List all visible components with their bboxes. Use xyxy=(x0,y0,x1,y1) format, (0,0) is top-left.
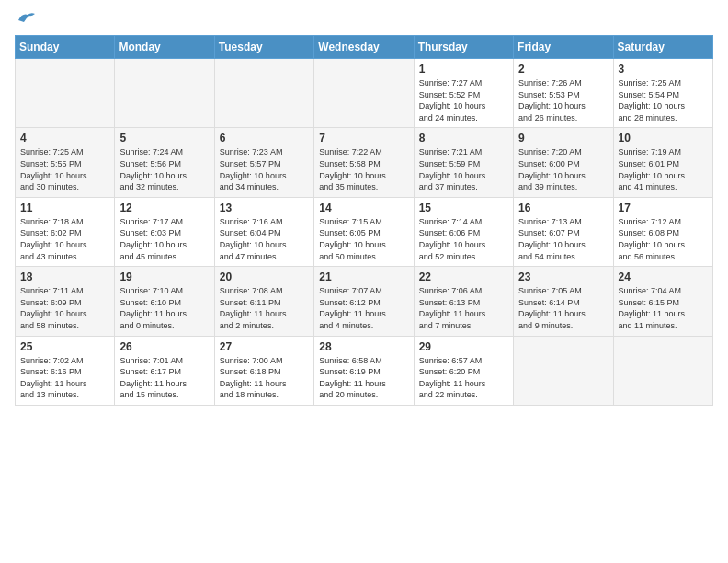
calendar-day-17: 17Sunrise: 7:12 AM Sunset: 6:08 PM Dayli… xyxy=(613,197,712,266)
calendar-day-20: 20Sunrise: 7:08 AM Sunset: 6:11 PM Dayli… xyxy=(214,267,313,336)
day-number: 19 xyxy=(119,270,209,283)
day-number: 15 xyxy=(419,201,508,214)
calendar-day-22: 22Sunrise: 7:06 AM Sunset: 6:13 PM Dayli… xyxy=(414,267,513,336)
calendar-day-14: 14Sunrise: 7:15 AM Sunset: 6:05 PM Dayli… xyxy=(314,197,414,266)
day-info: Sunrise: 7:10 AM Sunset: 6:10 PM Dayligh… xyxy=(119,285,209,331)
day-info: Sunrise: 6:57 AM Sunset: 6:20 PM Dayligh… xyxy=(419,355,508,401)
day-number: 7 xyxy=(319,132,408,144)
calendar-day-13: 13Sunrise: 7:16 AM Sunset: 6:04 PM Dayli… xyxy=(214,197,313,266)
day-info: Sunrise: 7:17 AM Sunset: 6:03 PM Dayligh… xyxy=(119,216,209,262)
calendar-day-1: 1Sunrise: 7:27 AM Sunset: 5:52 PM Daylig… xyxy=(414,59,513,128)
day-info: Sunrise: 7:26 AM Sunset: 5:53 PM Dayligh… xyxy=(518,77,608,123)
day-info: Sunrise: 7:11 AM Sunset: 6:09 PM Dayligh… xyxy=(20,285,109,331)
calendar-week-row: 11Sunrise: 7:18 AM Sunset: 6:02 PM Dayli… xyxy=(16,197,713,266)
day-info: Sunrise: 7:12 AM Sunset: 6:08 PM Dayligh… xyxy=(619,216,708,262)
day-number: 18 xyxy=(20,270,109,283)
day-info: Sunrise: 7:15 AM Sunset: 6:05 PM Dayligh… xyxy=(319,216,408,262)
calendar-day-15: 15Sunrise: 7:14 AM Sunset: 6:06 PM Dayli… xyxy=(414,197,513,266)
calendar-day-11: 11Sunrise: 7:18 AM Sunset: 6:02 PM Dayli… xyxy=(16,197,115,266)
day-number: 1 xyxy=(419,63,508,75)
calendar-day-21: 21Sunrise: 7:07 AM Sunset: 6:12 PM Dayli… xyxy=(314,267,414,336)
day-info: Sunrise: 7:20 AM Sunset: 6:00 PM Dayligh… xyxy=(518,146,608,192)
weekday-header-thursday: Thursday xyxy=(414,36,513,59)
day-number: 2 xyxy=(518,63,608,75)
calendar-day-12: 12Sunrise: 7:17 AM Sunset: 6:03 PM Dayli… xyxy=(115,197,214,266)
calendar-week-row: 18Sunrise: 7:11 AM Sunset: 6:09 PM Dayli… xyxy=(16,267,713,336)
calendar-day-23: 23Sunrise: 7:05 AM Sunset: 6:14 PM Dayli… xyxy=(514,267,613,336)
calendar-empty-cell xyxy=(214,59,313,128)
day-number: 26 xyxy=(119,340,209,353)
weekday-header-monday: Monday xyxy=(115,36,214,59)
day-info: Sunrise: 7:22 AM Sunset: 5:58 PM Dayligh… xyxy=(319,146,408,192)
day-info: Sunrise: 7:27 AM Sunset: 5:52 PM Dayligh… xyxy=(419,77,508,123)
calendar-day-28: 28Sunrise: 6:58 AM Sunset: 6:19 PM Dayli… xyxy=(314,336,414,405)
day-info: Sunrise: 7:06 AM Sunset: 6:13 PM Dayligh… xyxy=(419,285,508,331)
calendar-day-3: 3Sunrise: 7:25 AM Sunset: 5:54 PM Daylig… xyxy=(613,59,712,128)
calendar-day-6: 6Sunrise: 7:23 AM Sunset: 5:57 PM Daylig… xyxy=(214,128,313,197)
calendar-day-25: 25Sunrise: 7:02 AM Sunset: 6:16 PM Dayli… xyxy=(16,336,115,405)
calendar-week-row: 25Sunrise: 7:02 AM Sunset: 6:16 PM Dayli… xyxy=(16,336,713,405)
day-info: Sunrise: 7:24 AM Sunset: 5:56 PM Dayligh… xyxy=(119,146,209,192)
day-info: Sunrise: 7:13 AM Sunset: 6:07 PM Dayligh… xyxy=(518,216,608,262)
weekday-header-saturday: Saturday xyxy=(613,36,712,59)
calendar-day-29: 29Sunrise: 6:57 AM Sunset: 6:20 PM Dayli… xyxy=(414,336,513,405)
day-number: 11 xyxy=(20,201,109,214)
calendar-day-19: 19Sunrise: 7:10 AM Sunset: 6:10 PM Dayli… xyxy=(115,267,214,336)
day-info: Sunrise: 7:25 AM Sunset: 5:54 PM Dayligh… xyxy=(619,77,708,123)
day-info: Sunrise: 7:02 AM Sunset: 6:16 PM Dayligh… xyxy=(20,355,109,401)
calendar-day-4: 4Sunrise: 7:25 AM Sunset: 5:55 PM Daylig… xyxy=(16,128,115,197)
page-header xyxy=(15,15,713,28)
calendar-table: SundayMondayTuesdayWednesdayThursdayFrid… xyxy=(15,35,713,406)
day-number: 13 xyxy=(220,201,309,214)
calendar-week-row: 4Sunrise: 7:25 AM Sunset: 5:55 PM Daylig… xyxy=(16,128,713,197)
day-number: 3 xyxy=(619,63,708,75)
day-number: 24 xyxy=(619,270,708,283)
calendar-day-7: 7Sunrise: 7:22 AM Sunset: 5:58 PM Daylig… xyxy=(314,128,414,197)
calendar-empty-cell xyxy=(115,59,214,128)
calendar-day-8: 8Sunrise: 7:21 AM Sunset: 5:59 PM Daylig… xyxy=(414,128,513,197)
day-info: Sunrise: 7:14 AM Sunset: 6:06 PM Dayligh… xyxy=(419,216,508,262)
weekday-header-wednesday: Wednesday xyxy=(314,36,414,59)
day-number: 6 xyxy=(220,132,309,144)
day-info: Sunrise: 7:16 AM Sunset: 6:04 PM Dayligh… xyxy=(220,216,309,262)
day-info: Sunrise: 7:21 AM Sunset: 5:59 PM Dayligh… xyxy=(419,146,508,192)
day-number: 20 xyxy=(220,270,309,283)
calendar-day-24: 24Sunrise: 7:04 AM Sunset: 6:15 PM Dayli… xyxy=(613,267,712,336)
day-info: Sunrise: 7:19 AM Sunset: 6:01 PM Dayligh… xyxy=(619,146,708,192)
weekday-header-tuesday: Tuesday xyxy=(214,36,313,59)
calendar-empty-cell xyxy=(314,59,414,128)
calendar-day-5: 5Sunrise: 7:24 AM Sunset: 5:56 PM Daylig… xyxy=(115,128,214,197)
logo-bird-icon xyxy=(17,11,37,28)
day-number: 14 xyxy=(319,201,408,214)
day-number: 10 xyxy=(619,132,708,144)
day-info: Sunrise: 7:07 AM Sunset: 6:12 PM Dayligh… xyxy=(319,285,408,331)
day-info: Sunrise: 6:58 AM Sunset: 6:19 PM Dayligh… xyxy=(319,355,408,401)
day-number: 25 xyxy=(20,340,109,353)
calendar-day-27: 27Sunrise: 7:00 AM Sunset: 6:18 PM Dayli… xyxy=(214,336,313,405)
day-number: 9 xyxy=(518,132,608,144)
day-number: 29 xyxy=(419,340,508,353)
weekday-header-row: SundayMondayTuesdayWednesdayThursdayFrid… xyxy=(16,36,713,59)
weekday-header-friday: Friday xyxy=(514,36,613,59)
calendar-day-10: 10Sunrise: 7:19 AM Sunset: 6:01 PM Dayli… xyxy=(613,128,712,197)
calendar-empty-cell xyxy=(613,336,712,405)
day-info: Sunrise: 7:25 AM Sunset: 5:55 PM Dayligh… xyxy=(20,146,109,192)
day-number: 23 xyxy=(518,270,608,283)
calendar-week-row: 1Sunrise: 7:27 AM Sunset: 5:52 PM Daylig… xyxy=(16,59,713,128)
day-info: Sunrise: 7:04 AM Sunset: 6:15 PM Dayligh… xyxy=(619,285,708,331)
day-info: Sunrise: 7:23 AM Sunset: 5:57 PM Dayligh… xyxy=(220,146,309,192)
day-number: 22 xyxy=(419,270,508,283)
calendar-day-9: 9Sunrise: 7:20 AM Sunset: 6:00 PM Daylig… xyxy=(514,128,613,197)
calendar-day-16: 16Sunrise: 7:13 AM Sunset: 6:07 PM Dayli… xyxy=(514,197,613,266)
calendar-day-26: 26Sunrise: 7:01 AM Sunset: 6:17 PM Dayli… xyxy=(115,336,214,405)
calendar-empty-cell xyxy=(514,336,613,405)
weekday-header-sunday: Sunday xyxy=(16,36,115,59)
calendar-empty-cell xyxy=(16,59,115,128)
day-number: 16 xyxy=(518,201,608,214)
day-number: 5 xyxy=(119,132,209,144)
day-number: 8 xyxy=(419,132,508,144)
day-info: Sunrise: 7:00 AM Sunset: 6:18 PM Dayligh… xyxy=(220,355,309,401)
calendar-day-2: 2Sunrise: 7:26 AM Sunset: 5:53 PM Daylig… xyxy=(514,59,613,128)
day-info: Sunrise: 7:05 AM Sunset: 6:14 PM Dayligh… xyxy=(518,285,608,331)
logo xyxy=(15,15,37,28)
